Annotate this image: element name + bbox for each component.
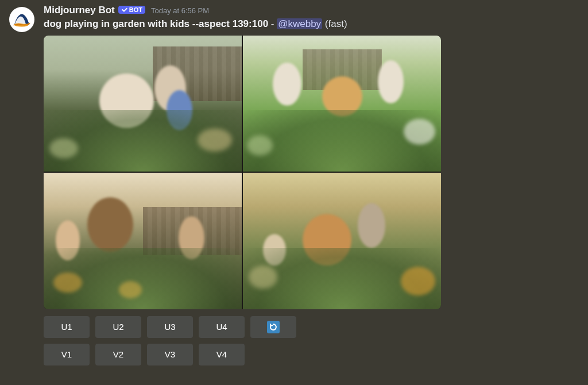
message-content: Midjourney Bot BOT Today at 6:56 PM dog …: [44, 5, 579, 365]
variation-4-button[interactable]: V4: [199, 344, 245, 365]
image-variant-2[interactable]: [243, 36, 441, 172]
image-variant-3[interactable]: [44, 173, 242, 309]
message-header: Midjourney Bot BOT Today at 6:56 PM: [44, 5, 579, 16]
upscale-4-button[interactable]: U4: [199, 316, 245, 338]
user-mention[interactable]: @kwebby: [277, 18, 322, 29]
image-variant-4[interactable]: [243, 173, 441, 309]
username[interactable]: Midjourney Bot: [44, 5, 115, 16]
discord-message: Midjourney Bot BOT Today at 6:56 PM dog …: [0, 0, 588, 370]
action-buttons: U1 U2 U3 U4 V1 V2 V3 V4: [44, 316, 579, 365]
image-variant-1[interactable]: [44, 36, 242, 172]
prompt-text: dog playing in garden with kids --aspect…: [44, 18, 268, 29]
midjourney-logo-icon: [11, 9, 32, 30]
bot-tag: BOT: [118, 6, 145, 14]
upscale-1-button[interactable]: U1: [44, 316, 90, 338]
variation-3-button[interactable]: V3: [147, 344, 193, 365]
variation-row: V1 V2 V3 V4: [44, 344, 579, 365]
upscale-row: U1 U2 U3 U4: [44, 316, 579, 338]
variation-2-button[interactable]: V2: [95, 344, 141, 365]
separator: -: [268, 18, 277, 29]
upscale-2-button[interactable]: U2: [95, 316, 141, 338]
bot-label-text: BOT: [129, 6, 142, 13]
mode-text: (fast): [325, 18, 347, 29]
bot-avatar[interactable]: [9, 7, 34, 32]
refresh-icon: [267, 321, 280, 333]
timestamp: Today at 6:56 PM: [151, 6, 209, 15]
generated-image-grid[interactable]: [44, 36, 441, 309]
prompt-line: dog playing in garden with kids --aspect…: [44, 17, 579, 31]
variation-1-button[interactable]: V1: [44, 344, 90, 365]
verified-check-icon: [121, 6, 128, 13]
reroll-button[interactable]: [250, 316, 296, 338]
upscale-3-button[interactable]: U3: [147, 316, 193, 338]
